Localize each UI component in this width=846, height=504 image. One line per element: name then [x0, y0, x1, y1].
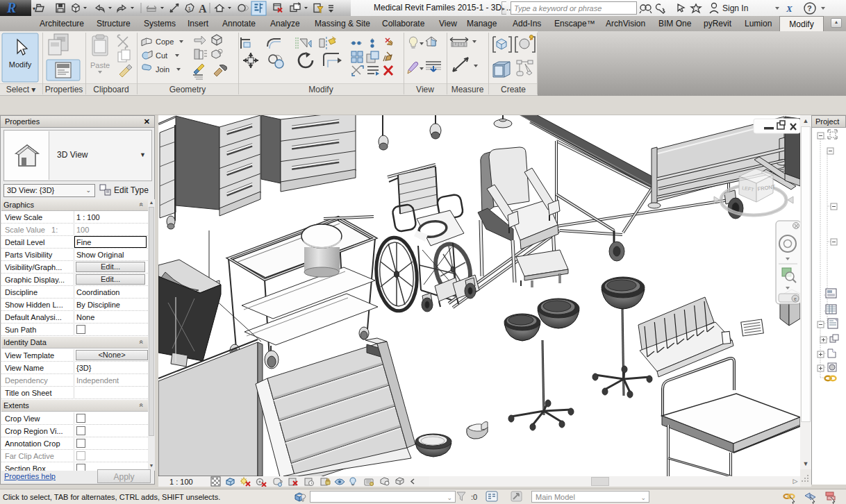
svg-text:Paste: Paste [90, 61, 110, 69]
svg-text:Cut: Cut [156, 51, 167, 60]
svg-text:Sign In: Sign In [722, 3, 748, 13]
svg-text:Cope: Cope [156, 37, 174, 46]
svg-text::0: :0 [471, 493, 477, 501]
svg-text:Join: Join [156, 65, 169, 74]
svg-text:?: ? [807, 4, 812, 12]
svg-text:A: A [199, 3, 207, 15]
svg-text:X: X [786, 3, 793, 14]
svg-text:e: e [794, 296, 797, 301]
svg-text:Modify: Modify [9, 60, 32, 69]
svg-text:1: 1 [188, 6, 192, 12]
svg-text:1 : 100: 1 : 100 [169, 478, 193, 486]
